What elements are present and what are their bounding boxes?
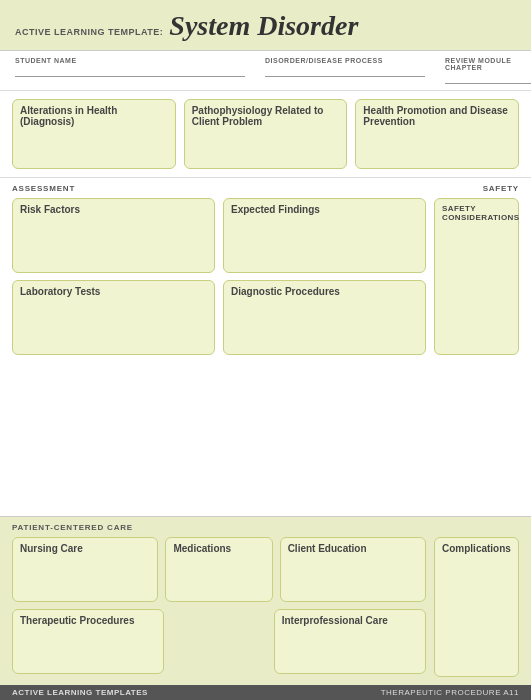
assessment-section: Assessment Safety Risk Factors Expected … <box>0 178 531 516</box>
footer-left: Active Learning Templates <box>12 688 148 697</box>
nursing-care-title: Nursing Care <box>20 543 150 554</box>
student-name-input[interactable] <box>15 65 245 77</box>
patient-main: Nursing Care Medications Client Educatio… <box>12 537 426 677</box>
therapeutic-procedures-title: Therapeutic Procedures <box>20 615 156 626</box>
patient-row-2: Therapeutic Procedures Interprofessional… <box>12 609 426 674</box>
student-name-label: Student Name <box>15 57 245 64</box>
review-label: Review Module Chapter <box>445 57 531 71</box>
patient-care-label: Patient-Centered Care <box>12 523 133 532</box>
header-label: Active Learning Template: <box>15 27 163 37</box>
patient-row-1: Nursing Care Medications Client Educatio… <box>12 537 426 602</box>
assessment-row-2: Laboratory Tests Diagnostic Procedures <box>12 280 426 355</box>
client-education-title: Client Education <box>288 543 418 554</box>
header-title: System Disorder <box>169 10 358 42</box>
footer-right: Therapeutic Procedure A11 <box>381 688 519 697</box>
disorder-label: Disorder/Disease Process <box>265 57 425 64</box>
risk-factors-box: Risk Factors <box>12 198 215 273</box>
health-promotion-box: Health Promotion and Disease Prevention <box>355 99 519 169</box>
disorder-field: Disorder/Disease Process <box>265 57 425 84</box>
pathophysiology-box: Pathophysiology Related to Client Proble… <box>184 99 348 169</box>
health-promotion-title: Health Promotion and Disease Prevention <box>363 105 511 127</box>
header: Active Learning Template: System Disorde… <box>0 0 531 51</box>
form-fields: Student Name Disorder/Disease Process Re… <box>0 51 531 91</box>
laboratory-tests-title: Laboratory Tests <box>20 286 207 297</box>
expected-findings-title: Expected Findings <box>231 204 418 215</box>
complications-box: Complications <box>434 537 519 677</box>
page: Active Learning Template: System Disorde… <box>0 0 531 700</box>
interprofessional-care-box: Interprofessional Care <box>274 609 426 674</box>
diagnostic-procedures-box: Diagnostic Procedures <box>223 280 426 355</box>
client-education-box: Client Education <box>280 537 426 602</box>
patient-spacer <box>171 609 266 674</box>
alterations-box: Alterations in Health (Diagnosis) <box>12 99 176 169</box>
assessment-main: Risk Factors Expected Findings Laborator… <box>12 198 426 355</box>
review-field: Review Module Chapter <box>445 57 531 84</box>
safety-label: Safety <box>483 184 519 193</box>
expected-findings-box: Expected Findings <box>223 198 426 273</box>
assessment-row-1: Risk Factors Expected Findings <box>12 198 426 273</box>
student-name-field: Student Name <box>15 57 245 84</box>
assessment-grid: Risk Factors Expected Findings Laborator… <box>12 198 519 355</box>
footer: Active Learning Templates Therapeutic Pr… <box>0 685 531 700</box>
interprofessional-care-title: Interprofessional Care <box>282 615 418 626</box>
medications-title: Medications <box>173 543 264 554</box>
complications-title: Complications <box>442 543 511 554</box>
patient-grid: Nursing Care Medications Client Educatio… <box>12 537 519 677</box>
assessment-label: Assessment <box>12 184 75 193</box>
top-boxes: Alterations in Health (Diagnosis) Pathop… <box>0 91 531 178</box>
safety-box: Safety Considerations <box>434 198 519 355</box>
therapeutic-procedures-box: Therapeutic Procedures <box>12 609 164 674</box>
pathophysiology-title: Pathophysiology Related to Client Proble… <box>192 105 340 127</box>
review-input[interactable] <box>445 72 531 84</box>
nursing-care-box: Nursing Care <box>12 537 158 602</box>
disorder-input[interactable] <box>265 65 425 77</box>
alterations-title: Alterations in Health (Diagnosis) <box>20 105 168 127</box>
risk-factors-title: Risk Factors <box>20 204 207 215</box>
laboratory-tests-box: Laboratory Tests <box>12 280 215 355</box>
diagnostic-procedures-title: Diagnostic Procedures <box>231 286 418 297</box>
patient-section: Patient-Centered Care Nursing Care Medic… <box>0 516 531 685</box>
medications-box: Medications <box>165 537 272 602</box>
safety-considerations-title: Safety Considerations <box>442 204 511 222</box>
